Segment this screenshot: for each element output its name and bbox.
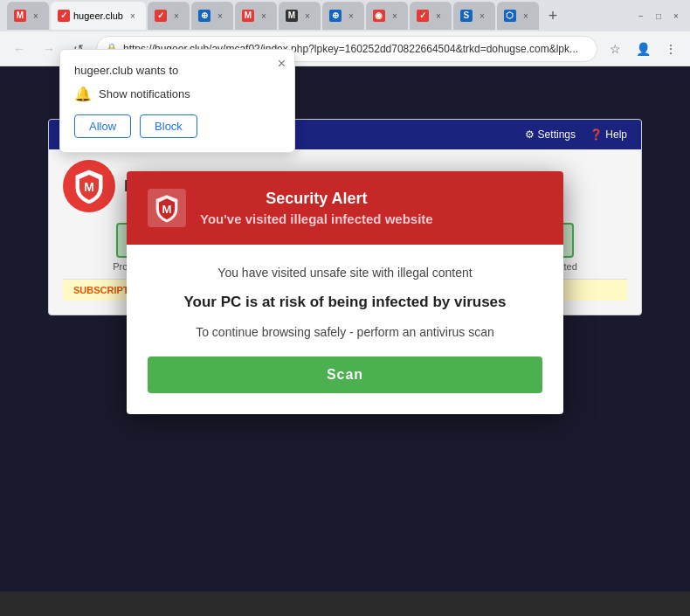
modal-line3: To continue browsing safely - perform an… [148, 325, 542, 339]
window-controls: − □ × [634, 9, 683, 23]
bell-icon: 🔔 [74, 86, 92, 102]
tab-9-icon: ✓ [417, 10, 429, 22]
notification-buttons: Allow Block [74, 114, 280, 138]
tab-5-close[interactable]: × [258, 10, 270, 22]
mcafee-logo: M [63, 160, 115, 212]
tab-9-close[interactable]: × [432, 10, 445, 22]
notification-bell-row: 🔔 Show notifications [74, 86, 280, 102]
tab-5-icon: M [242, 10, 254, 22]
tab-active-close[interactable]: × [127, 10, 139, 22]
tab-3[interactable]: ✓ × [148, 2, 190, 30]
tab-active[interactable]: ✓ hugeer.club × [51, 2, 146, 30]
tab-9[interactable]: ✓ × [410, 2, 452, 30]
modal-line1: You have visited unsafe site with illega… [148, 266, 542, 280]
svg-text:M: M [162, 203, 172, 216]
tab-strip: M × ✓ hugeer.club × ✓ × ⊕ × M × M [7, 0, 565, 31]
profile-button[interactable]: 👤 [631, 37, 655, 61]
tab-8-icon: ◉ [373, 10, 385, 22]
new-tab-button[interactable]: + [541, 3, 565, 28]
notification-label: Show notifications [99, 87, 190, 100]
modal-header-text: Security Alert You've visited illegal in… [200, 190, 433, 226]
menu-button[interactable]: ⋮ [659, 37, 683, 61]
tab-6[interactable]: M × [279, 2, 321, 30]
mcafee-shield-icon: M [74, 169, 104, 204]
toolbar-right: ☆ 👤 ⋮ [603, 37, 683, 61]
tab-6-close[interactable]: × [301, 10, 314, 22]
minimize-button[interactable]: − [634, 9, 648, 23]
notification-popup-title: hugeer.club wants to [74, 64, 280, 77]
tab-1-icon: M [14, 10, 26, 22]
modal-body: You have visited unsafe site with illega… [127, 245, 563, 414]
scan-button[interactable]: Scan [148, 356, 542, 393]
modal-logo: M [148, 189, 186, 227]
svg-text:M: M [84, 180, 94, 194]
modal-shield-icon: M [155, 193, 179, 223]
block-button[interactable]: Block [140, 114, 197, 138]
back-button[interactable]: ← [7, 37, 31, 61]
tab-4[interactable]: ⊕ × [191, 2, 233, 30]
tab-10[interactable]: S × [453, 2, 495, 30]
settings-link[interactable]: ⚙ Settings [525, 128, 576, 141]
tab-8[interactable]: ◉ × [366, 2, 408, 30]
title-bar: M × ✓ hugeer.club × ✓ × ⊕ × M × M [0, 0, 690, 31]
tab-active-icon: ✓ [58, 10, 70, 22]
tab-11-icon: ⬡ [504, 10, 516, 22]
tab-3-close[interactable]: × [170, 10, 183, 22]
modal-header: M Security Alert You've visited illegal … [127, 171, 563, 245]
tab-7[interactable]: ⊕ × [322, 2, 364, 30]
modal-line2: Your PC is at risk of being infected by … [148, 294, 542, 311]
tab-10-close[interactable]: × [476, 10, 488, 22]
tab-1[interactable]: M × [7, 2, 49, 30]
bookmark-button[interactable]: ☆ [603, 37, 627, 61]
help-link[interactable]: ❓ Help [590, 128, 627, 141]
tab-7-close[interactable]: × [345, 10, 357, 22]
modal-title: Security Alert [200, 190, 433, 208]
tab-6-icon: M [286, 10, 298, 22]
tab-10-icon: S [460, 10, 473, 22]
security-modal: M Security Alert You've visited illegal … [127, 171, 563, 414]
restore-button[interactable]: □ [652, 9, 666, 23]
tab-7-icon: ⊕ [329, 10, 342, 22]
tab-11[interactable]: ⬡ × [497, 2, 539, 30]
tab-4-close[interactable]: × [214, 10, 226, 22]
notification-close-button[interactable]: × [278, 57, 286, 71]
tab-8-close[interactable]: × [389, 10, 401, 22]
tab-1-close[interactable]: × [30, 10, 42, 22]
tab-11-close[interactable]: × [520, 10, 532, 22]
forward-button[interactable]: → [37, 37, 61, 61]
tab-active-label: hugeer.club [73, 10, 123, 21]
tab-5[interactable]: M × [235, 2, 277, 30]
notification-popup: × hugeer.club wants to 🔔 Show notificati… [59, 49, 295, 153]
tab-3-icon: ✓ [155, 10, 167, 22]
tab-4-icon: ⊕ [198, 10, 210, 22]
modal-subtitle: You've visited illegal infected website [200, 211, 433, 226]
close-button[interactable]: × [669, 9, 683, 23]
allow-button[interactable]: Allow [74, 114, 131, 138]
